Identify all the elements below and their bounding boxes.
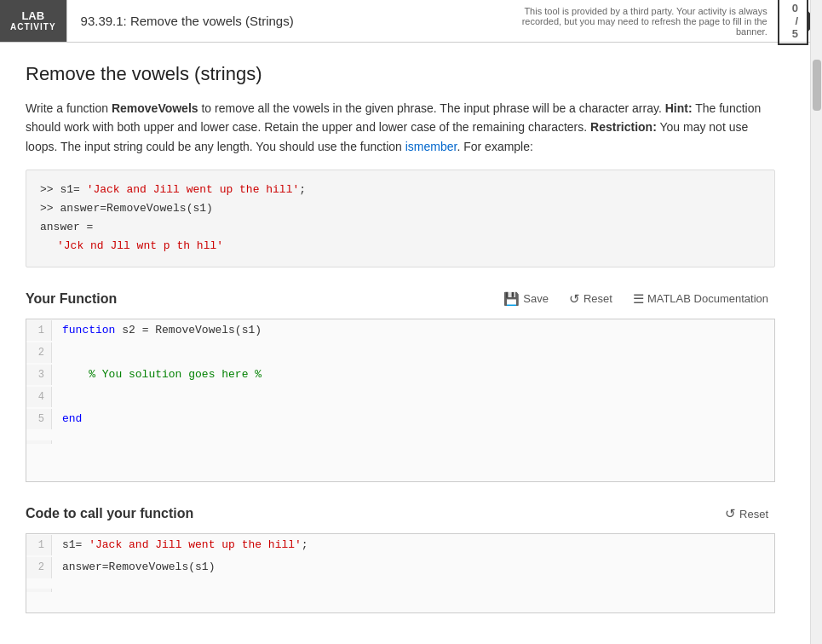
score-text: 0 / 5 xyxy=(788,2,798,40)
save-label: Save xyxy=(523,292,549,305)
header-info-text: This tool is provided by a third party. … xyxy=(512,6,767,37)
end-1: ; xyxy=(299,183,306,196)
line-num-3: 3 xyxy=(26,365,52,385)
call-line-num-2: 2 xyxy=(26,557,52,578)
example-line-4: 'Jck nd Jll wnt p th hll' xyxy=(40,237,761,256)
call-code-editor[interactable]: 1 s1= 'Jack and Jill went up the hill'; … xyxy=(26,533,775,613)
cmd-1: s1= xyxy=(60,183,86,196)
lab-label: LAB xyxy=(21,9,44,23)
call-line-num-1: 1 xyxy=(26,535,52,555)
description: Write a function RemoveVowels to remove … xyxy=(26,99,775,156)
line-num-blank xyxy=(26,440,52,444)
call-line-num-blank xyxy=(26,589,52,592)
call-reset-button[interactable]: ↺ Reset xyxy=(718,503,775,525)
reset-icon: ↺ xyxy=(569,291,580,307)
line-num-2: 2 xyxy=(26,342,52,363)
header: LAB ACTIVITY 93.39.1: Remove the vowels … xyxy=(0,0,822,43)
call-section-title: Code to call your function xyxy=(26,506,193,521)
hint-label: Hint: xyxy=(665,101,693,115)
example-line-1: >> s1= 'Jack and Jill went up the hill'; xyxy=(40,181,761,199)
call-code-line-1: 1 s1= 'Jack and Jill went up the hill'; xyxy=(26,534,774,556)
output-value: 'Jck nd Jll wnt p th hll' xyxy=(40,237,761,256)
main-content: Remove the vowels (strings) Write a func… xyxy=(0,43,801,644)
call-line-content-1: s1= 'Jack and Jill went up the hill'; xyxy=(52,534,319,556)
code-line-5: 5 end xyxy=(26,408,774,430)
example-line-3: answer = xyxy=(40,218,761,237)
call-line-content-2: answer=RemoveVowels(s1) xyxy=(52,556,225,578)
cmd-2: answer=RemoveVowels(s1) xyxy=(60,202,212,215)
your-function-title: Your Function xyxy=(26,291,117,307)
scrollbar-thumb[interactable] xyxy=(813,60,821,111)
output-label: answer = xyxy=(40,221,93,233)
save-icon: 💾 xyxy=(503,291,520,307)
docs-button[interactable]: ☰ MATLAB Documentation xyxy=(626,288,775,310)
code-line-blank xyxy=(26,430,774,481)
prompt-1: >> xyxy=(40,183,60,196)
line-num-4: 4 xyxy=(26,387,52,407)
activity-label: ACTIVITY xyxy=(10,22,56,32)
call-reset-icon: ↺ xyxy=(725,506,736,521)
lab-activity-badge: LAB ACTIVITY xyxy=(0,0,66,42)
line-num-5: 5 xyxy=(26,409,52,429)
line-content-1: function s2 = RemoveVowels(s1) xyxy=(52,319,272,342)
call-line-content-blank xyxy=(52,578,79,601)
line-content-blank xyxy=(52,430,79,452)
code-editor[interactable]: 1 function s2 = RemoveVowels(s1) 2 3 % Y… xyxy=(26,319,775,482)
line-content-2 xyxy=(52,342,79,364)
line-content-5: end xyxy=(52,408,92,430)
toolbar-right: 💾 Save ↺ Reset ☰ MATLAB Documentation xyxy=(497,288,775,310)
line-content-3: % You solution goes here % xyxy=(52,364,272,386)
scrollbar[interactable] xyxy=(810,0,822,644)
call-code-line-2: 2 answer=RemoveVowels(s1) xyxy=(26,556,774,578)
example-line-2: >> answer=RemoveVowels(s1) xyxy=(40,199,761,218)
example-code-block: >> s1= 'Jack and Jill went up the hill';… xyxy=(26,170,775,267)
code-line-4: 4 xyxy=(26,386,774,408)
page-title: Remove the vowels (strings) xyxy=(26,63,775,85)
reset-label: Reset xyxy=(583,292,612,305)
function-name: RemoveVowels xyxy=(112,101,198,115)
code-line-3: 3 % You solution goes here % xyxy=(26,364,774,386)
reset-button[interactable]: ↺ Reset xyxy=(562,288,619,310)
call-toolbar-right: ↺ Reset xyxy=(718,503,775,525)
restriction-label: Restriction: xyxy=(590,120,657,134)
docs-label: MATLAB Documentation xyxy=(647,292,768,305)
str-1: 'Jack and Jill went up the hill' xyxy=(87,183,300,196)
header-title-text: 93.39.1: Remove the vowels (Strings) xyxy=(81,14,294,28)
call-code-line-blank xyxy=(26,578,774,612)
code-line-2: 2 xyxy=(26,342,774,364)
docs-icon: ☰ xyxy=(633,291,644,307)
line-content-4 xyxy=(52,386,79,408)
ismember-link[interactable]: ismember xyxy=(405,140,457,153)
prompt-2: >> xyxy=(40,202,60,215)
code-line-1: 1 function s2 = RemoveVowels(s1) xyxy=(26,319,774,342)
line-num-1: 1 xyxy=(26,320,52,341)
header-info: This tool is provided by a third party. … xyxy=(498,0,822,42)
save-button[interactable]: 💾 Save xyxy=(497,288,555,310)
your-function-header: Your Function 💾 Save ↺ Reset ☰ MATLAB Do… xyxy=(26,288,775,310)
call-reset-label: Reset xyxy=(739,508,768,520)
header-title: 93.39.1: Remove the vowels (Strings) xyxy=(66,0,308,42)
score-badge: 0 / 5 xyxy=(778,0,808,45)
call-section-header: Code to call your function ↺ Reset xyxy=(26,503,775,525)
